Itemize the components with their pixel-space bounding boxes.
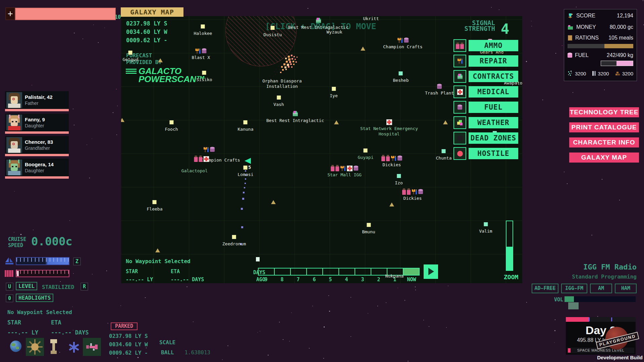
map-star-fooch[interactable]: Fooch xyxy=(165,119,178,132)
map-star-dickies[interactable]: Dickies xyxy=(402,188,423,201)
sun-view-button[interactable] xyxy=(26,338,44,356)
map-star-iye[interactable]: Iye xyxy=(330,86,337,99)
star-label: Dickies xyxy=(381,162,402,168)
timeline-tick-9: 9 xyxy=(264,277,267,283)
key-r[interactable]: R xyxy=(80,283,88,291)
map-star-blast-x[interactable]: Blast X xyxy=(192,48,210,60)
key-u[interactable]: U xyxy=(6,283,13,291)
star-label: Sisiko xyxy=(197,77,212,82)
map-star-valim[interactable]: Valim xyxy=(479,221,492,234)
legend-button-fuel[interactable]: FUEL xyxy=(469,102,518,113)
map-star-dusistu[interactable]: Dusistu xyxy=(264,25,282,38)
star-dot xyxy=(74,125,74,125)
timeline-tick-2: 2 xyxy=(377,277,380,283)
legend-button-weather[interactable]: WEATHER xyxy=(469,117,518,128)
family-member-chencer[interactable]: Chencer, 83Grandfather xyxy=(5,136,69,156)
star-dot xyxy=(531,26,532,26)
poi-icons xyxy=(402,188,423,195)
map-poi-icons[interactable] xyxy=(203,146,215,153)
star-square-icon xyxy=(364,148,368,153)
map-star-star-mall-igg[interactable]: Star Mall IGG xyxy=(327,165,362,178)
map-star-halokee[interactable]: Halokee xyxy=(194,23,212,36)
menu-button-technology-tree[interactable]: TECHNOLOGY TREE xyxy=(569,107,639,117)
map-star-lomasi[interactable]: 5Lomasi xyxy=(238,165,254,177)
star-dot xyxy=(573,92,573,93)
map-star-bmunu[interactable]: Bmunu xyxy=(362,222,375,235)
star-dot xyxy=(83,39,83,39)
star-dot xyxy=(377,306,378,306)
map-poi-icons[interactable] xyxy=(194,156,209,162)
map-star-guyapi[interactable]: Guyapi xyxy=(358,147,374,160)
radio-band-ham[interactable]: HAM xyxy=(615,284,637,293)
legend-button-repair[interactable]: REPAIR xyxy=(469,55,518,67)
family-member-boogera[interactable]: Boogera, 14Daughter xyxy=(5,159,69,179)
legend-button-dead-zones[interactable]: DEAD ZONES xyxy=(469,132,518,144)
play-button[interactable] xyxy=(424,264,438,279)
map-star-kanuna[interactable]: Kanuna xyxy=(238,119,254,132)
legend-button-hostile[interactable]: HOSTILE xyxy=(469,148,518,159)
menu-button-character-info[interactable]: CHARACTER INFO xyxy=(569,137,639,147)
legend-button-ammo[interactable]: AMMO xyxy=(469,40,518,51)
headlights-toggle[interactable]: HEADLIGHTS xyxy=(16,294,53,302)
legend-button-medical[interactable]: MEDICAL xyxy=(469,86,518,98)
map-star-chunta[interactable]: Chunta xyxy=(436,148,452,161)
timeline-segment[interactable] xyxy=(307,268,323,275)
timeline-segment[interactable] xyxy=(275,268,291,275)
timeline-segment[interactable] xyxy=(355,268,371,275)
radio-band-am[interactable]: AM xyxy=(590,284,612,293)
timeline-segment[interactable] xyxy=(339,268,355,275)
map-star-champion-crafts[interactable]: Champion Crafts xyxy=(383,37,422,50)
star-label: STAR xyxy=(7,319,21,326)
volume-bar[interactable] xyxy=(565,296,636,302)
galaxy-map[interactable]: [CLICK + DRAG] TO MOVE 0237.98 LY S 0034… xyxy=(121,16,522,283)
timeline-segment-now[interactable] xyxy=(404,268,419,275)
star-dot xyxy=(279,322,280,322)
timeline-segment[interactable] xyxy=(259,268,275,275)
radio-band-igg-fm[interactable]: IGG-FM xyxy=(561,284,587,293)
add-button[interactable]: + xyxy=(5,7,15,20)
level-toggle[interactable]: LEVEL xyxy=(16,282,37,290)
snowflake-icon[interactable] xyxy=(68,341,80,353)
map-star-izo[interactable]: Izo xyxy=(395,173,402,186)
timeline-segment[interactable] xyxy=(323,268,339,275)
star-square-icon xyxy=(277,96,281,100)
lever-top xyxy=(50,339,57,343)
radio-band-ad-free[interactable]: AD-FREE xyxy=(532,284,558,293)
map-star-sisiko[interactable]: Sisiko xyxy=(197,70,212,82)
map-star-stat-network-emergency[interactable]: Stat Network Emergency Hospital xyxy=(360,119,418,137)
map-star-dickies[interactable]: Dickies xyxy=(381,155,402,168)
legend-button-contracts[interactable]: CONTRACTS xyxy=(469,71,518,82)
map-star-zeedronum[interactable]: Zeedronum xyxy=(222,234,246,247)
key-0[interactable]: 0 xyxy=(6,294,13,302)
map-star-vash[interactable]: Vash xyxy=(273,95,284,107)
map-star-orphan-diaspora[interactable]: Orphan Diaspora Installation xyxy=(262,78,302,89)
menu-button-print-catalogue[interactable]: PRINT CATALOGUE xyxy=(569,122,639,132)
key-z[interactable]: Z xyxy=(73,257,81,265)
menu-button-galaxy-map[interactable]: GALAXY MAP xyxy=(569,153,639,163)
planet-view-icon[interactable] xyxy=(10,341,21,352)
throttle-lever-icon[interactable] xyxy=(50,339,58,355)
player-ship-icon[interactable] xyxy=(245,158,251,164)
map-star-wyzauk[interactable]: Wyzauk xyxy=(327,29,342,35)
map-star-besheb[interactable]: Besheb xyxy=(393,70,409,83)
map-star-best-rest-intraglactic[interactable]: Best Rest Intraglactic xyxy=(266,111,324,123)
map-star-fleeba[interactable]: Fleeba xyxy=(147,199,163,212)
map-star-best-rest-intragalactic[interactable]: Best Rest Intragalactic xyxy=(288,17,348,30)
nebula-pixel xyxy=(291,66,292,68)
map-star-getgud[interactable]: Getgud xyxy=(123,50,139,62)
family-member-palistair[interactable]: Palistair, 42Father xyxy=(5,91,69,111)
star-dot xyxy=(98,42,99,43)
star-label: STAR xyxy=(126,268,138,275)
map-star-nukpana[interactable]: Nukpana xyxy=(385,274,404,279)
ship-view-button[interactable] xyxy=(83,338,101,356)
volume-handle[interactable] xyxy=(568,302,579,309)
weather-icon xyxy=(453,116,466,129)
timeline-tick-4: 4 xyxy=(345,277,348,283)
timeline-segment[interactable] xyxy=(291,268,307,275)
map-star-trash-plant[interactable]: Trash Plant xyxy=(425,83,454,96)
family-member-fanny[interactable]: Fanny, 9Daughter xyxy=(5,114,69,134)
dev-build-label: Development Build xyxy=(597,355,643,360)
map-star-galactopol[interactable]: Galactopol xyxy=(181,168,208,174)
map-star-ukritt[interactable]: Ukritt xyxy=(363,16,379,21)
zoom-slider[interactable] xyxy=(506,221,513,271)
